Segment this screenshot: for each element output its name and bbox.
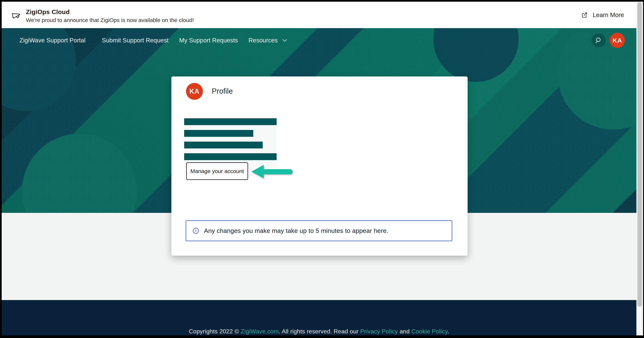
nav-item-resources[interactable]: Resources [248,37,287,44]
user-avatar[interactable]: KA [610,33,625,48]
scrollbar-thumb[interactable] [637,2,642,307]
copyright-line: Copyrights 2022 © ZigiWave.com. All righ… [189,328,449,335]
nav-item-submit-support-request[interactable]: Submit Support Request [102,37,168,44]
privacy-policy-link[interactable]: Privacy Policy [360,328,398,335]
profile-avatar: KA [186,83,203,100]
redacted-text-bar [184,142,263,148]
manage-account-button[interactable]: Manage your account [186,162,248,180]
copyright-suffix: . [448,328,449,335]
learn-more-label: Learn More [593,11,624,18]
redacted-text-bar [184,130,253,137]
info-banner: i Any changes you make may take up to 5 … [186,220,452,241]
info-message: Any changes you make may take up to 5 mi… [204,227,388,234]
announcement-subtitle: We're proud to announce that ZigiOps is … [26,17,194,23]
external-link-icon [581,12,588,18]
announcement-bar: ZigiOps Cloud We're proud to announce th… [2,2,636,28]
megaphone-icon [12,10,21,20]
main-nav: ZigiWave Support Portal Submit Support R… [2,28,636,52]
learn-more-link[interactable]: Learn More [581,11,624,18]
announcement-title: ZigiOps Cloud [26,8,194,15]
screenshot-frame: ZigiOps Cloud We're proud to announce th… [0,0,644,338]
annotation-arrow [252,164,293,180]
redacted-text-bar [184,118,276,125]
cookie-policy-link[interactable]: Cookie Policy [411,328,448,335]
page-content: ZigiOps Cloud We're proud to announce th… [2,2,636,336]
nav-item-resources-label: Resources [248,37,278,44]
zigiwave-link[interactable]: ZigiWave.com [241,328,279,335]
announcement-text: ZigiOps Cloud We're proud to announce th… [26,8,194,23]
nav-item-my-support-requests[interactable]: My Support Requests [179,37,238,44]
search-button[interactable] [592,33,606,47]
page-footer: Copyrights 2022 © ZigiWave.com. All righ… [2,300,636,336]
browser-viewport: ZigiOps Cloud We're proud to announce th… [2,2,643,336]
copyright-prefix: Copyrights 2022 © [189,328,241,335]
copyright-and: and [398,328,412,335]
copyright-middle: . All rights reserved. Read our [279,328,360,335]
profile-details-redacted [184,118,276,168]
scrollbar-track[interactable] [636,2,643,336]
chevron-down-icon [282,39,287,42]
search-icon [595,37,602,44]
profile-card-title: Profile [212,87,233,95]
profile-card: KA Profile Manage your account i Any cha… [172,76,468,256]
info-icon: i [193,228,199,234]
nav-brand-home[interactable]: ZigiWave Support Portal [20,37,86,44]
nav-right-actions: KA [592,33,625,48]
redacted-text-bar [184,153,276,160]
